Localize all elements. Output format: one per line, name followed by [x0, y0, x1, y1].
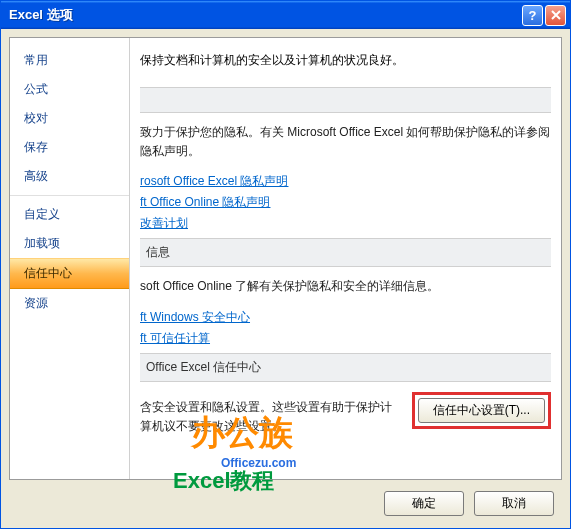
sidebar-item-label: 信任中心: [24, 266, 72, 280]
link-trustworthy-computing[interactable]: ft 可信任计算: [140, 330, 551, 347]
info-text: soft Office Online 了解有关保护隐私和安全的详细信息。: [140, 277, 551, 296]
sidebar-item-trust-center[interactable]: 信任中心: [10, 258, 129, 289]
sidebar-item-resources[interactable]: 资源: [10, 289, 129, 318]
ok-button[interactable]: 确定: [384, 491, 464, 516]
highlight-box: 信任中心设置(T)...: [412, 392, 551, 429]
intro-text: 保持文档和计算机的安全以及计算机的状况良好。: [140, 52, 551, 69]
sidebar-item-label: 自定义: [24, 207, 60, 221]
link-improvement-plan[interactable]: 改善计划: [140, 215, 551, 232]
sidebar-item-label: 资源: [24, 296, 48, 310]
titlebar: Excel 选项 ?: [1, 1, 570, 29]
client-area: 常用 公式 校对 保存 高级 自定义 加载项 信任中心 资源 保持文档和计算机的…: [9, 37, 562, 480]
trust-center-settings-button[interactable]: 信任中心设置(T)...: [418, 398, 545, 423]
divider: [10, 195, 129, 196]
link-windows-security[interactable]: ft Windows 安全中心: [140, 309, 551, 326]
cancel-button[interactable]: 取消: [474, 491, 554, 516]
sidebar-item-common[interactable]: 常用: [10, 46, 129, 75]
sidebar-item-proofing[interactable]: 校对: [10, 104, 129, 133]
sidebar: 常用 公式 校对 保存 高级 自定义 加载项 信任中心 资源: [10, 38, 130, 479]
options-dialog: Excel 选项 ? 常用 公式 校对 保存 高级 自定义 加载项 信任中心 资…: [0, 0, 571, 529]
privacy-text: 致力于保护您的隐私。有关 Microsoft Office Excel 如何帮助…: [140, 123, 551, 161]
sidebar-item-label: 校对: [24, 111, 48, 125]
trust-center-header: Office Excel 信任中心: [140, 353, 551, 382]
sidebar-item-label: 公式: [24, 82, 48, 96]
sidebar-item-label: 常用: [24, 53, 48, 67]
window-title: Excel 选项: [9, 6, 520, 24]
sidebar-item-save[interactable]: 保存: [10, 133, 129, 162]
dialog-footer: 确定 取消: [384, 491, 554, 516]
trust-center-text: 含安全设置和隐私设置。这些设置有助于保护计算机议不要更改这些设置。: [140, 398, 402, 436]
help-button[interactable]: ?: [522, 5, 543, 26]
link-excel-privacy[interactable]: rosoft Office Excel 隐私声明: [140, 173, 551, 190]
sidebar-item-formulas[interactable]: 公式: [10, 75, 129, 104]
close-button[interactable]: [545, 5, 566, 26]
sidebar-item-advanced[interactable]: 高级: [10, 162, 129, 191]
sidebar-item-label: 加载项: [24, 236, 60, 250]
sidebar-item-addins[interactable]: 加载项: [10, 229, 129, 258]
privacy-header: [140, 87, 551, 113]
close-icon: [551, 10, 561, 20]
info-header: 信息: [140, 238, 551, 267]
link-online-privacy[interactable]: ft Office Online 隐私声明: [140, 194, 551, 211]
sidebar-item-customize[interactable]: 自定义: [10, 200, 129, 229]
content-panel: 保持文档和计算机的安全以及计算机的状况良好。 致力于保护您的隐私。有关 Micr…: [130, 38, 561, 479]
sidebar-item-label: 保存: [24, 140, 48, 154]
sidebar-item-label: 高级: [24, 169, 48, 183]
